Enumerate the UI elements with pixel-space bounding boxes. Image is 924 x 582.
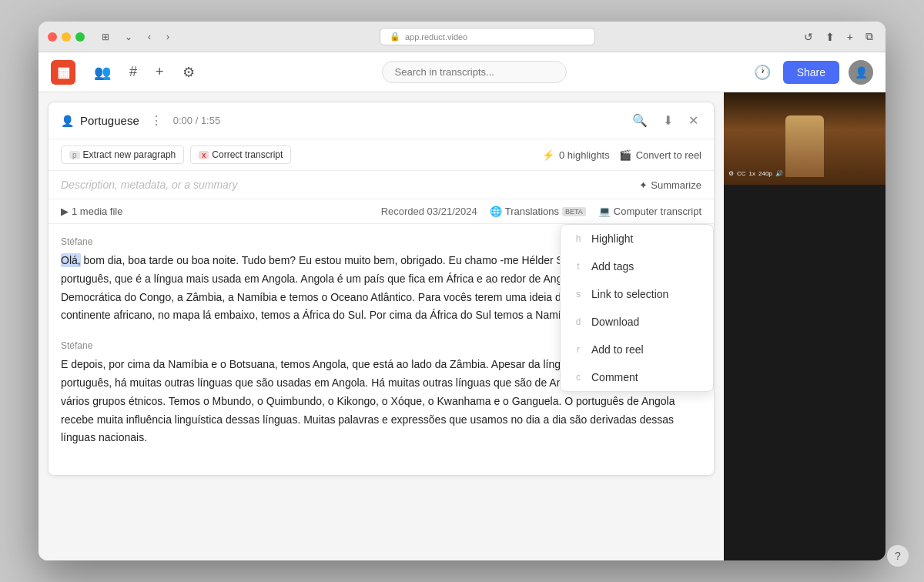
document-panel: 👤 Portuguese ⋮ 0:00 / 1:55 🔍 ⬇ ✕	[48, 102, 715, 476]
close-button[interactable]	[48, 32, 57, 42]
media-file-label: 1 media file	[72, 206, 122, 217]
add-icon[interactable]: +	[152, 61, 167, 83]
app-window: ⊞ ⌄ ‹ › 🔒 app.reduct.video ↺ ⬆ + ⧉ ▦ 👥 #…	[38, 22, 886, 560]
media-file-link[interactable]: ▶ 1 media file	[61, 206, 122, 217]
add-tags-menu-item[interactable]: t Add tags	[561, 253, 713, 280]
refresh-icon[interactable]: ↺	[801, 28, 816, 46]
search-input[interactable]	[382, 61, 567, 83]
comment-menu-item[interactable]: c Comment	[561, 363, 713, 391]
highlights-label: 0 highlights	[559, 149, 610, 161]
beta-badge: BETA	[562, 207, 586, 216]
hash-icon[interactable]: #	[126, 61, 140, 83]
convert-reel-label: Convert to reel	[636, 149, 701, 161]
add-reel-label: Add to reel	[591, 343, 644, 356]
doc-toolbar: p Extract new paragraph x Correct transc…	[49, 139, 714, 171]
extract-label: Extract new paragraph	[83, 149, 176, 160]
toolbar-icons: 👥 # + ⚙	[91, 61, 198, 84]
video-thumbnail[interactable]: ⚙ CC 1x 240p 🔊	[724, 92, 886, 185]
doc-time: 0:00 / 1:55	[173, 115, 220, 126]
video-audio-icon: 🔊	[775, 170, 783, 177]
summarize-button[interactable]: ✦ Summarize	[639, 179, 701, 191]
link-key: s	[573, 289, 584, 299]
computer-transcript-button[interactable]: 💻 Computer transcript	[598, 206, 701, 217]
traffic-lights	[48, 32, 85, 42]
doc-menu-button[interactable]: ⋮	[146, 112, 167, 129]
video-speed-icon: 1x	[749, 170, 755, 177]
highlight-key: h	[573, 233, 584, 244]
titlebar-center: 🔒 app.reduct.video	[180, 28, 795, 45]
windows-icon[interactable]: ⧉	[862, 27, 876, 46]
comment-key: c	[573, 372, 584, 383]
close-doc-button[interactable]: ✕	[685, 110, 701, 131]
translations-button[interactable]: 🌐 Translations BETA	[490, 206, 586, 217]
people-icon[interactable]: 👥	[91, 61, 114, 84]
add-tags-label: Add tags	[591, 260, 634, 273]
add-tags-key: t	[573, 261, 584, 272]
meta-right: Recorded 03/21/2024 🌐 Translations BETA …	[381, 206, 701, 217]
doc-header: 👤 Portuguese ⋮ 0:00 / 1:55 🔍 ⬇ ✕	[49, 102, 714, 139]
video-controls-bar: ⚙ CC 1x 240p 🔊	[724, 170, 886, 177]
convert-reel-icon: 🎬	[619, 149, 631, 161]
highlights-button[interactable]: ⚡ 0 highlights	[542, 149, 610, 161]
add-reel-key: r	[573, 344, 584, 355]
back-button[interactable]: ‹	[143, 28, 156, 45]
context-menu: h Highlight t Add tags s Link to selecti…	[560, 224, 714, 392]
video-cc-icon: CC	[737, 170, 746, 177]
sparkle-icon: ✦	[639, 179, 648, 191]
clock-icon[interactable]: 🕐	[751, 61, 774, 84]
download-label: Download	[591, 316, 639, 328]
video-person	[785, 115, 824, 177]
app-toolbar: ▦ 👥 # + ⚙ 🕐 Share 👤	[38, 52, 886, 92]
doc-toolbar-right: ⚡ 0 highlights 🎬 Convert to reel	[542, 149, 701, 161]
settings-icon[interactable]: ⚙	[179, 61, 198, 84]
computer-transcript-label: Computer transcript	[614, 206, 701, 217]
correct-transcript-button[interactable]: x Correct transcript	[190, 146, 291, 164]
highlights-icon: ⚡	[542, 149, 554, 161]
description-placeholder[interactable]: Description, metadata, or a summary	[61, 179, 238, 191]
address-bar[interactable]: 🔒 app.reduct.video	[380, 28, 595, 45]
transcript-wrapper: Stéfane Olá, bom dia, boa tarde ou boa n…	[49, 224, 714, 475]
sidebar-toggle-chevron[interactable]: ⌄	[120, 28, 137, 45]
document-area[interactable]: 👤 Portuguese ⋮ 0:00 / 1:55 🔍 ⬇ ✕	[38, 92, 724, 560]
titlebar: ⊞ ⌄ ‹ › 🔒 app.reduct.video ↺ ⬆ + ⧉	[38, 22, 886, 52]
globe-icon: 🌐	[490, 206, 502, 217]
computer-icon: 💻	[598, 206, 611, 217]
search-bar	[213, 61, 735, 83]
download-doc-button[interactable]: ⬇	[660, 110, 676, 131]
highlight-label: Highlight	[591, 232, 633, 245]
lock-icon: 🔒	[390, 32, 400, 42]
highlighted-text: Olá,	[61, 253, 81, 267]
question-icon: ?	[895, 550, 901, 562]
doc-description: Description, metadata, or a summary ✦ Su…	[49, 171, 714, 199]
avatar-icon: 👤	[855, 66, 868, 79]
download-menu-item[interactable]: d Download	[561, 308, 713, 336]
download-key: d	[573, 316, 584, 327]
triangle-icon: ▶	[61, 206, 69, 217]
help-button[interactable]: ?	[887, 545, 909, 567]
app-logo: ▦	[51, 60, 75, 85]
search-doc-button[interactable]: 🔍	[629, 110, 651, 131]
avatar: 👤	[849, 60, 873, 85]
doc-header-actions: 🔍 ⬇ ✕	[629, 110, 701, 131]
comment-label: Comment	[591, 371, 638, 383]
maximize-button[interactable]	[75, 32, 85, 42]
sidebar-toggle-button[interactable]: ⊞	[97, 28, 114, 45]
convert-reel-button[interactable]: 🎬 Convert to reel	[619, 149, 701, 161]
add-reel-menu-item[interactable]: r Add to reel	[561, 336, 713, 363]
minimize-button[interactable]	[62, 32, 71, 42]
share-icon[interactable]: ⬆	[822, 28, 838, 46]
doc-title-section: 👤 Portuguese ⋮ 0:00 / 1:55	[61, 112, 620, 129]
video-quality-icon: 240p	[758, 170, 772, 177]
new-tab-icon[interactable]: +	[844, 28, 856, 46]
correct-label: Correct transcript	[212, 149, 283, 160]
link-selection-menu-item[interactable]: s Link to selection	[561, 280, 713, 308]
translations-label: Translations	[505, 206, 559, 217]
doc-lang-icon: 👤	[61, 115, 74, 127]
doc-meta: ▶ 1 media file Recorded 03/21/2024 🌐 Tra…	[49, 199, 714, 224]
forward-button[interactable]: ›	[162, 28, 174, 45]
recorded-label: Recorded 03/21/2024	[381, 206, 477, 217]
extract-paragraph-button[interactable]: p Extract new paragraph	[61, 146, 184, 164]
highlight-menu-item[interactable]: h Highlight	[561, 225, 713, 253]
share-button[interactable]: Share	[783, 61, 839, 84]
toolbar-right: 🕐 Share 👤	[751, 60, 873, 85]
